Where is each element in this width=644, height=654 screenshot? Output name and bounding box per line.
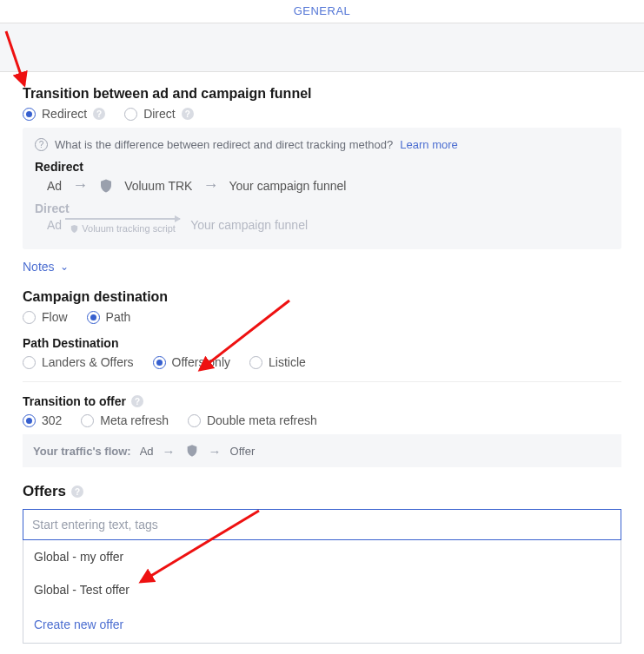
radio-label: Landers & Offers [42,355,134,369]
transition-offer-title: Transition to offer ? [23,394,621,408]
create-new-offer[interactable]: Create new offer [23,606,621,643]
offers-dropdown: Global - my offer Global - Test offer Cr… [23,540,621,644]
chevron-down-icon: ⌄ [60,261,69,273]
script-label: Voluum tracking script [70,223,176,235]
arrow-icon: → [72,176,88,195]
radio-label: 302 [42,413,62,427]
offers-search-input[interactable] [23,509,621,540]
help-icon[interactable]: ? [131,395,143,407]
info-icon: ? [35,138,48,151]
path-destination-label: Path Destination [23,336,621,350]
radio-icon [23,356,36,369]
radio-label: Offers only [172,355,230,369]
transition-info-box: ? What is the difference between redirec… [23,128,621,249]
tab-general[interactable]: GENERAL [294,4,351,17]
flow-ad: Ad [140,445,154,458]
radio-label: Flow [42,310,68,324]
flow-trk: Voluum TRK [124,179,192,193]
traffic-flow-box: Your traffic's flow: Ad → → Offer [23,434,621,467]
direct-block-title: Direct [35,201,609,215]
radio-path[interactable]: Path [87,310,131,324]
radio-label: Path [106,310,131,324]
radio-label: Listicle [269,355,306,369]
help-icon[interactable]: ? [93,108,105,120]
radio-icon [23,311,36,324]
radio-flow[interactable]: Flow [23,310,68,324]
radio-meta-refresh[interactable]: Meta refresh [81,413,169,427]
info-question: What is the difference between redirect … [55,138,393,151]
radio-icon [87,311,100,324]
help-icon[interactable]: ? [71,486,83,498]
radio-icon [249,356,262,369]
radio-302[interactable]: 302 [23,413,62,427]
radio-icon [81,414,94,427]
notes-toggle[interactable]: Notes ⌄ [23,260,621,274]
radio-offers-only[interactable]: Offers only [153,355,230,369]
offer-option[interactable]: Global - my offer [23,540,621,573]
transition-title: Transition between ad and campaign funne… [23,86,621,102]
divider [23,381,621,382]
help-icon[interactable]: ? [182,108,194,120]
shield-icon [98,178,114,194]
radio-redirect[interactable]: Redirect ? [23,107,105,121]
flow-label: Your traffic's flow: [33,445,131,458]
flow-ad: Ad [47,218,62,232]
radio-label: Meta refresh [100,413,169,427]
arrow-icon: → [163,444,176,459]
radio-icon [23,108,36,121]
destination-title: Campaign destination [23,289,621,305]
arrow-icon: → [209,444,222,459]
flow-dest: Your campaign funnel [229,179,346,193]
radio-direct[interactable]: Direct ? [124,107,194,121]
flow-ad: Ad [47,179,62,193]
radio-icon [188,414,201,427]
radio-icon [23,414,36,427]
learn-more-link[interactable]: Learn more [400,138,457,151]
offer-option[interactable]: Global - Test offer [23,573,621,606]
radio-double-meta[interactable]: Double meta refresh [188,413,317,427]
line-arrow-icon [65,218,180,220]
radio-listicle[interactable]: Listicle [249,355,306,369]
radio-label: Direct [143,107,176,121]
arrow-icon: → [202,176,218,195]
redirect-block-title: Redirect [35,160,609,174]
flow-dest: Your campaign funnel [190,218,308,232]
header-bar [0,23,644,72]
shield-icon [184,443,200,459]
radio-landers-offers[interactable]: Landers & Offers [23,355,134,369]
radio-icon [124,108,137,121]
radio-label: Double meta refresh [207,413,317,427]
offers-title: Offers ? [23,483,621,500]
radio-icon [153,356,166,369]
radio-label: Redirect [42,107,87,121]
flow-offer: Offer [230,445,256,458]
